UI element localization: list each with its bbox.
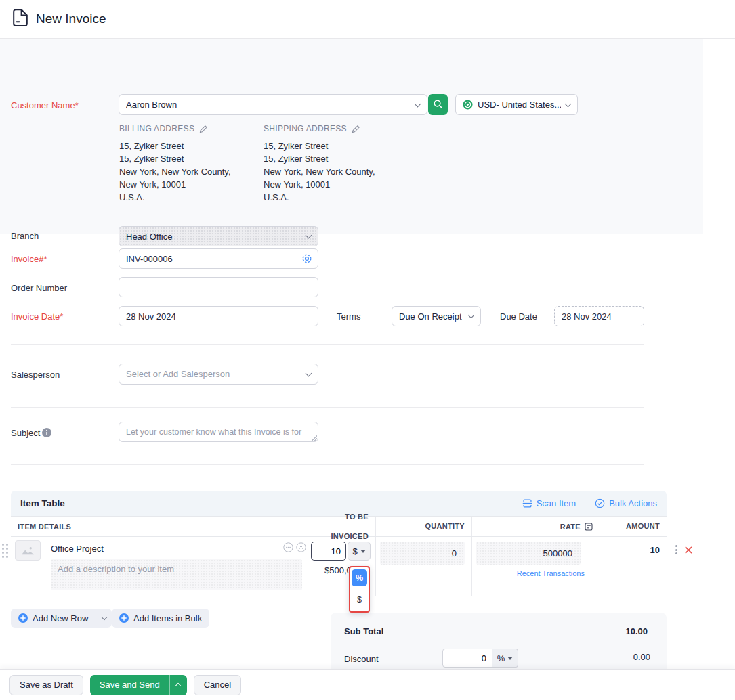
edit-pencil-icon[interactable] [199, 125, 208, 133]
customer-name-value: Aaron Brown [126, 100, 415, 110]
recent-transactions-link[interactable]: Recent Transactions [517, 569, 585, 577]
rate-value[interactable]: 500000 [476, 542, 581, 565]
amount-value: 10 [650, 545, 660, 555]
billing-address-title: BILLING ADDRESS [119, 124, 194, 133]
invoice-date-label: Invoice Date* [11, 311, 63, 322]
save-and-send-dropdown-button[interactable] [169, 675, 187, 695]
plus-circle-icon [18, 613, 28, 623]
currency-value: USD- United States... [478, 100, 561, 110]
rate-adjust-icon[interactable] [585, 523, 593, 531]
currency-icon [463, 100, 473, 110]
subject-label: Subject [11, 428, 40, 438]
due-date-label: Due Date [500, 311, 537, 322]
invoice-number-input[interactable] [119, 248, 318, 269]
row-drag-handle[interactable] [2, 544, 8, 558]
item-table: Item Table Scan Item Bulk Actions ITEM D… [11, 491, 667, 596]
shipping-line: 15, Zylker Street [264, 152, 375, 165]
unit-value: $ [352, 546, 357, 556]
shipping-line: U.S.A. [264, 191, 375, 204]
salesperson-label: Salesperson [11, 370, 60, 380]
discount-unit-dropdown[interactable]: % [492, 649, 518, 668]
add-items-in-bulk-button[interactable]: Add Items in Bulk [112, 609, 209, 628]
save-and-send-button[interactable]: Save and Send [90, 675, 169, 695]
row-delete-x-icon[interactable] [685, 546, 692, 554]
check-circle-icon [595, 498, 605, 508]
item-description-textarea[interactable] [51, 559, 302, 590]
new-invoice-page: New Invoice Customer Name* Aaron Brown U… [0, 0, 735, 700]
item-clear-x-circle-icon[interactable] [296, 542, 306, 552]
page-title: New Invoice [36, 12, 106, 26]
quantity-value[interactable]: 0 [380, 542, 465, 565]
billing-address-block: BILLING ADDRESS 15, Zylker Street 15, Zy… [119, 124, 231, 204]
shipping-address-title: SHIPPING ADDRESS [264, 124, 347, 133]
due-date-input[interactable] [554, 306, 644, 326]
info-icon [42, 428, 51, 437]
branch-label: Branch [11, 231, 39, 241]
quantity-cell: 0 [375, 537, 471, 596]
to-be-invoiced-unit-dropdown[interactable]: $ [348, 542, 371, 561]
chevron-down-icon [415, 100, 421, 107]
save-and-send-group: Save and Send [90, 675, 187, 695]
discount-input-group: % [442, 649, 518, 668]
shipping-line: 15, Zylker Street [264, 139, 375, 152]
chevron-up-icon [175, 683, 181, 688]
sub-total-label: Sub Total [344, 626, 383, 636]
billing-line: 15, Zylker Street [119, 139, 231, 152]
item-table-header-row: ITEM DETAILS TO BE INVOICED QUANTITY RAT… [11, 516, 667, 537]
item-more-ellipsis-icon[interactable] [283, 542, 293, 552]
shipping-line: New York, New York County, [264, 165, 375, 178]
currency-select[interactable]: USD- United States... [455, 94, 578, 115]
invoice-number-label: Invoice#* [11, 254, 47, 264]
chevron-down-icon [565, 100, 572, 107]
unit-option-dollar[interactable]: $ [352, 591, 367, 608]
billing-line: New York, New York County, [119, 165, 231, 178]
terms-label: Terms [337, 311, 360, 322]
salesperson-placeholder: Select or Add Salesperson [126, 369, 306, 379]
chevron-down-icon [468, 312, 475, 319]
item-image-placeholder-icon[interactable] [15, 540, 41, 561]
edit-pencil-icon[interactable] [352, 125, 360, 133]
shipping-address-block: SHIPPING ADDRESS 15, Zylker Street 15, Z… [264, 124, 375, 204]
to-be-invoiced-input[interactable] [311, 542, 346, 561]
invoice-date-input[interactable] [119, 306, 318, 326]
page-header: New Invoice [0, 0, 735, 39]
bulk-actions-button[interactable]: Bulk Actions [595, 498, 657, 508]
add-new-row-label: Add New Row [33, 613, 88, 624]
add-new-row-button[interactable]: Add New Row [11, 609, 96, 628]
divider [11, 344, 644, 345]
chevron-down-icon [102, 614, 107, 619]
rate-label: RATE [560, 523, 581, 531]
save-as-draft-button[interactable]: Save as Draft [9, 675, 83, 695]
customer-name-combobox[interactable]: Aaron Brown [119, 94, 427, 115]
divider [11, 464, 644, 465]
customer-search-button[interactable] [428, 94, 448, 115]
discount-input[interactable] [442, 649, 492, 668]
customer-name-label: Customer Name* [11, 100, 79, 110]
salesperson-select[interactable]: Select or Add Salesperson [119, 364, 318, 385]
item-name[interactable]: Office Project [51, 544, 104, 554]
discount-amount-value: 0.00 [633, 652, 650, 662]
unit-option-percent[interactable]: % [352, 569, 367, 586]
terms-value: Due On Receipt [399, 311, 469, 322]
invoice-settings-gear-icon[interactable] [301, 253, 312, 264]
shipping-line: New York, 10001 [264, 178, 375, 191]
footer-action-bar: Save as Draft Save and Send Cancel [0, 669, 735, 700]
unit-select-popup: % $ [349, 566, 370, 613]
search-icon [433, 99, 443, 111]
branch-select[interactable]: Head Office [119, 226, 318, 246]
terms-select[interactable]: Due On Receipt [392, 306, 481, 326]
subject-input[interactable] [119, 422, 318, 442]
cancel-button[interactable]: Cancel [194, 675, 241, 695]
order-number-input[interactable] [119, 277, 318, 297]
chevron-down-icon [306, 370, 312, 376]
scan-item-button[interactable]: Scan Item [522, 498, 576, 508]
rate-cell: 500000 Recent Transactions [471, 537, 600, 596]
column-amount: AMOUNT [600, 517, 667, 536]
billing-line: New York, 10001 [119, 178, 231, 191]
row-menu-kebab-icon[interactable] [674, 544, 679, 556]
scanner-icon [522, 498, 532, 508]
item-table-title: Item Table [20, 498, 65, 508]
branch-value: Head Office [126, 232, 306, 242]
item-details-cell: Office Project [11, 537, 312, 596]
add-new-row-dropdown-button[interactable] [96, 609, 112, 628]
